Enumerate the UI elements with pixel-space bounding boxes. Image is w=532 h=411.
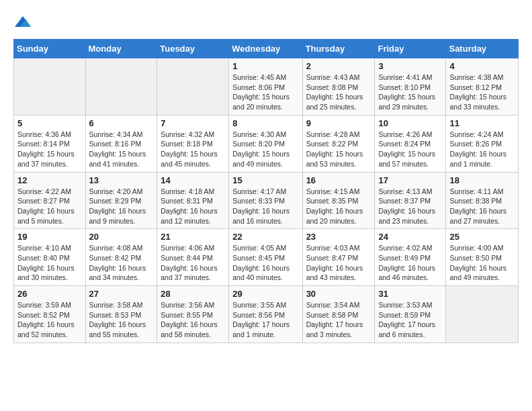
calendar-cell: 16Sunrise: 4:15 AM Sunset: 8:35 PM Dayli… [302,172,375,229]
calendar-cell: 28Sunrise: 3:56 AM Sunset: 8:55 PM Dayli… [157,286,229,343]
day-detail: Sunrise: 4:41 AM Sunset: 8:10 PM Dayligh… [378,73,442,112]
page-header [13,13,519,32]
day-detail: Sunrise: 3:56 AM Sunset: 8:55 PM Dayligh… [161,300,225,340]
day-number: 13 [89,175,154,185]
day-detail: Sunrise: 4:15 AM Sunset: 8:35 PM Dayligh… [306,187,371,226]
calendar-cell: 27Sunrise: 3:58 AM Sunset: 8:53 PM Dayli… [85,286,157,343]
day-detail: Sunrise: 4:45 AM Sunset: 8:06 PM Dayligh… [232,73,298,112]
day-number: 30 [306,289,371,299]
logo [13,13,35,32]
day-number: 5 [17,118,82,128]
calendar-week-row: 5Sunrise: 4:36 AM Sunset: 8:14 PM Daylig… [14,115,519,172]
day-of-week-header: Wednesday [229,40,302,58]
calendar-cell: 17Sunrise: 4:13 AM Sunset: 8:37 PM Dayli… [375,172,446,229]
day-number: 22 [232,232,298,242]
day-number: 26 [17,289,82,299]
day-of-week-header: Monday [85,40,157,58]
day-number: 1 [232,61,298,71]
day-number: 19 [17,232,82,242]
calendar-cell: 24Sunrise: 4:02 AM Sunset: 8:49 PM Dayli… [375,229,446,286]
calendar-cell: 31Sunrise: 3:53 AM Sunset: 8:59 PM Dayli… [375,286,446,343]
day-number: 25 [449,232,515,242]
logo-icon [13,13,32,32]
calendar-cell: 13Sunrise: 4:20 AM Sunset: 8:29 PM Dayli… [85,172,157,229]
day-detail: Sunrise: 4:28 AM Sunset: 8:22 PM Dayligh… [306,130,371,169]
calendar-cell: 21Sunrise: 4:06 AM Sunset: 8:44 PM Dayli… [157,229,229,286]
day-detail: Sunrise: 4:20 AM Sunset: 8:29 PM Dayligh… [89,187,154,226]
calendar-cell: 23Sunrise: 4:03 AM Sunset: 8:47 PM Dayli… [302,229,375,286]
day-detail: Sunrise: 4:11 AM Sunset: 8:38 PM Dayligh… [449,187,515,226]
day-detail: Sunrise: 3:59 AM Sunset: 8:52 PM Dayligh… [17,300,82,340]
calendar-cell: 1Sunrise: 4:45 AM Sunset: 8:06 PM Daylig… [229,58,302,116]
calendar-table: SundayMondayTuesdayWednesdayThursdayFrid… [13,39,519,343]
day-number: 16 [306,175,371,185]
day-detail: Sunrise: 3:55 AM Sunset: 8:56 PM Dayligh… [232,300,298,340]
day-number: 6 [89,118,154,128]
calendar-cell: 15Sunrise: 4:17 AM Sunset: 8:33 PM Dayli… [229,172,302,229]
day-number: 7 [161,118,225,128]
day-detail: Sunrise: 4:34 AM Sunset: 8:16 PM Dayligh… [89,130,154,169]
calendar-cell: 6Sunrise: 4:34 AM Sunset: 8:16 PM Daylig… [85,115,157,172]
day-detail: Sunrise: 4:17 AM Sunset: 8:33 PM Dayligh… [232,187,298,226]
day-number: 31 [378,289,442,299]
calendar-week-row: 26Sunrise: 3:59 AM Sunset: 8:52 PM Dayli… [14,286,519,343]
calendar-cell: 4Sunrise: 4:38 AM Sunset: 8:12 PM Daylig… [446,58,519,116]
calendar-cell: 29Sunrise: 3:55 AM Sunset: 8:56 PM Dayli… [229,286,302,343]
days-of-week-row: SundayMondayTuesdayWednesdayThursdayFrid… [14,40,519,58]
calendar-cell: 20Sunrise: 4:08 AM Sunset: 8:42 PM Dayli… [85,229,157,286]
day-of-week-header: Friday [375,40,446,58]
calendar-cell [85,58,157,116]
day-number: 18 [449,175,515,185]
day-number: 8 [232,118,298,128]
calendar-cell: 26Sunrise: 3:59 AM Sunset: 8:52 PM Dayli… [14,286,86,343]
day-detail: Sunrise: 3:53 AM Sunset: 8:59 PM Dayligh… [378,300,442,340]
calendar-cell: 25Sunrise: 4:00 AM Sunset: 8:50 PM Dayli… [446,229,519,286]
day-detail: Sunrise: 4:06 AM Sunset: 8:44 PM Dayligh… [161,243,225,283]
day-detail: Sunrise: 4:00 AM Sunset: 8:50 PM Dayligh… [449,243,515,283]
day-detail: Sunrise: 4:24 AM Sunset: 8:26 PM Dayligh… [449,130,515,169]
day-of-week-header: Thursday [302,40,375,58]
day-number: 11 [449,118,515,128]
calendar-cell: 7Sunrise: 4:32 AM Sunset: 8:18 PM Daylig… [157,115,229,172]
day-number: 20 [89,232,154,242]
day-detail: Sunrise: 4:08 AM Sunset: 8:42 PM Dayligh… [89,243,154,283]
calendar-week-row: 12Sunrise: 4:22 AM Sunset: 8:27 PM Dayli… [14,172,519,229]
calendar-cell: 11Sunrise: 4:24 AM Sunset: 8:26 PM Dayli… [446,115,519,172]
day-number: 27 [89,289,154,299]
day-number: 28 [161,289,225,299]
calendar-header: SundayMondayTuesdayWednesdayThursdayFrid… [14,40,519,58]
calendar-cell: 2Sunrise: 4:43 AM Sunset: 8:08 PM Daylig… [302,58,375,116]
day-detail: Sunrise: 4:30 AM Sunset: 8:20 PM Dayligh… [232,130,298,169]
day-number: 10 [378,118,442,128]
day-detail: Sunrise: 4:36 AM Sunset: 8:14 PM Dayligh… [17,130,82,169]
day-number: 17 [378,175,442,185]
calendar-cell [446,286,519,343]
calendar-cell [157,58,229,116]
day-number: 14 [161,175,225,185]
calendar-cell: 12Sunrise: 4:22 AM Sunset: 8:27 PM Dayli… [14,172,86,229]
day-number: 4 [449,61,515,71]
calendar-body: 1Sunrise: 4:45 AM Sunset: 8:06 PM Daylig… [14,58,519,343]
day-detail: Sunrise: 4:03 AM Sunset: 8:47 PM Dayligh… [306,243,371,283]
day-detail: Sunrise: 4:22 AM Sunset: 8:27 PM Dayligh… [17,187,82,226]
day-number: 2 [306,61,371,71]
calendar-week-row: 19Sunrise: 4:10 AM Sunset: 8:40 PM Dayli… [14,229,519,286]
calendar-cell: 3Sunrise: 4:41 AM Sunset: 8:10 PM Daylig… [375,58,446,116]
calendar-cell: 10Sunrise: 4:26 AM Sunset: 8:24 PM Dayli… [375,115,446,172]
calendar-cell: 14Sunrise: 4:18 AM Sunset: 8:31 PM Dayli… [157,172,229,229]
day-number: 29 [232,289,298,299]
day-number: 12 [17,175,82,185]
calendar-cell: 18Sunrise: 4:11 AM Sunset: 8:38 PM Dayli… [446,172,519,229]
day-detail: Sunrise: 4:18 AM Sunset: 8:31 PM Dayligh… [161,187,225,226]
day-detail: Sunrise: 4:32 AM Sunset: 8:18 PM Dayligh… [161,130,225,169]
day-detail: Sunrise: 3:58 AM Sunset: 8:53 PM Dayligh… [89,300,154,340]
calendar-week-row: 1Sunrise: 4:45 AM Sunset: 8:06 PM Daylig… [14,58,519,116]
calendar-cell: 19Sunrise: 4:10 AM Sunset: 8:40 PM Dayli… [14,229,86,286]
day-number: 9 [306,118,371,128]
day-number: 15 [232,175,298,185]
calendar-cell: 30Sunrise: 3:54 AM Sunset: 8:58 PM Dayli… [302,286,375,343]
calendar-cell [14,58,86,116]
day-number: 24 [378,232,442,242]
calendar-cell: 22Sunrise: 4:05 AM Sunset: 8:45 PM Dayli… [229,229,302,286]
calendar-cell: 8Sunrise: 4:30 AM Sunset: 8:20 PM Daylig… [229,115,302,172]
